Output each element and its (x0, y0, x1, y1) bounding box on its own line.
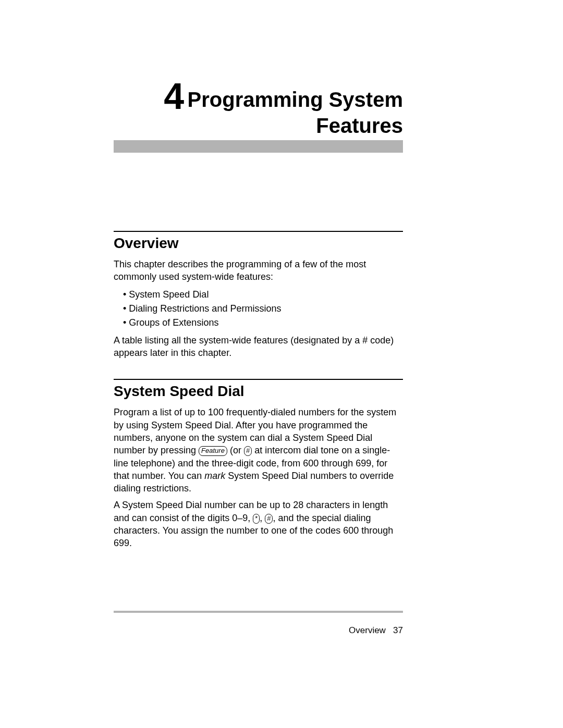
text: (or (227, 445, 244, 455)
content-column: 4 Programming System Features Overview T… (114, 0, 403, 554)
list-item: Dialing Restrictions and Permissions (114, 302, 403, 316)
speed-dial-p1: Program a list of up to 100 frequently-d… (114, 406, 403, 495)
page: 4 Programming System Features Overview T… (0, 0, 563, 728)
text: , (260, 513, 265, 523)
chapter-title-line2: Features (316, 114, 403, 137)
chapter-number: 4 (164, 78, 184, 115)
section-rule (114, 231, 403, 232)
overview-bullets: System Speed Dial Dialing Restrictions a… (114, 288, 403, 330)
list-item: Groups of Extensions (114, 316, 403, 330)
hash-key-icon: # (244, 446, 252, 456)
list-item: System Speed Dial (114, 288, 403, 302)
footer-rule (114, 611, 403, 613)
emphasis: mark (204, 471, 225, 481)
footer-label: Overview (349, 625, 386, 635)
overview-outro: A table listing all the system-wide feat… (114, 334, 403, 360)
section-overview: Overview This chapter describes the prog… (114, 231, 403, 359)
hash-key-icon: # (265, 514, 273, 524)
chapter-header: 4 Programming System Features (114, 78, 403, 153)
speed-dial-heading: System Speed Dial (114, 383, 403, 400)
section-rule (114, 379, 403, 380)
section-speed-dial: System Speed Dial Program a list of up t… (114, 379, 403, 549)
chapter-title-line1: Programming System (188, 88, 403, 111)
footer: Overview 37 (114, 625, 403, 636)
overview-heading: Overview (114, 235, 403, 252)
star-key-icon: * (253, 514, 260, 524)
speed-dial-p2: A System Speed Dial number can be up to … (114, 499, 403, 549)
feature-key-icon: Feature (199, 446, 227, 456)
page-number: 37 (393, 625, 403, 635)
chapter-rule (114, 140, 403, 153)
overview-intro: This chapter describes the programming o… (114, 258, 403, 283)
